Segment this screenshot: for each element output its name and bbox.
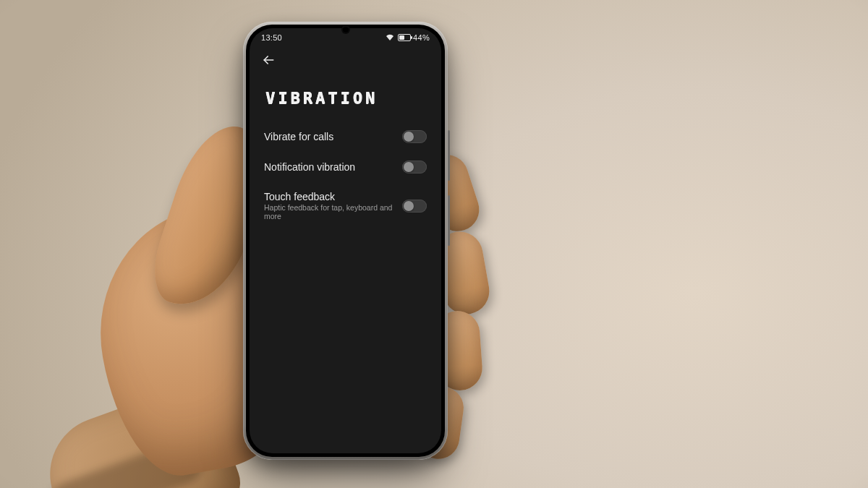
setting-row-touch-feedback[interactable]: Touch feedback Haptic feedback for tap, … [264,182,427,229]
setting-row-notification-vibration[interactable]: Notification vibration [264,152,427,182]
arrow-back-icon [261,53,276,70]
phone-device: 13:50 44% [243,22,448,460]
back-button[interactable] [258,51,278,72]
toggle-notification-vibration[interactable] [402,160,427,174]
battery-indicator: 44% [398,33,430,42]
settings-content: VIBRATION Vibrate for calls Notification… [250,76,441,229]
app-bar [250,47,441,76]
phone-screen: 13:50 44% [250,28,441,453]
setting-row-vibrate-calls[interactable]: Vibrate for calls [264,121,427,152]
setting-label: Vibrate for calls [264,131,333,142]
photo-scene: 13:50 44% [0,0,868,488]
setting-sublabel: Haptic feedback for tap, keyboard and mo… [264,204,402,221]
battery-fill [399,35,404,40]
toggle-touch-feedback[interactable] [402,200,427,213]
setting-label: Touch feedback [264,191,402,202]
wifi-icon [386,33,394,42]
front-camera [343,27,349,33]
setting-label: Notification vibration [264,161,355,173]
battery-text: 44% [413,33,430,42]
status-time: 13:50 [261,33,282,42]
page-title: VIBRATION [265,89,427,107]
toggle-vibrate-calls[interactable] [402,130,427,143]
